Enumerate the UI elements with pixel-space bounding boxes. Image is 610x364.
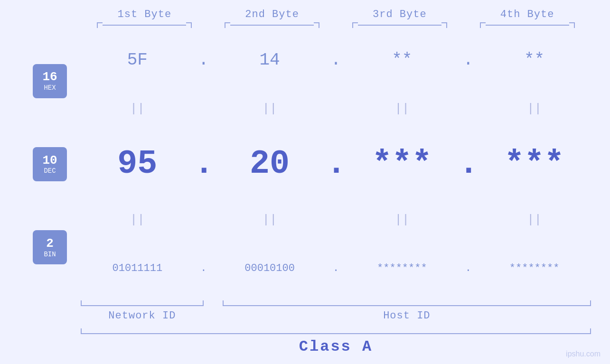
eq5: ||: [81, 213, 194, 227]
spacer1: [204, 299, 223, 306]
bracket-right-corner: [314, 22, 319, 28]
host-bracket-right: [585, 300, 591, 306]
bin-byte2: 00010100: [213, 262, 327, 274]
byte3-header: 3rd Byte: [336, 9, 464, 20]
host-id-bracket: [223, 299, 591, 306]
bin-row: 01011111 . 00010100 . ******** .: [81, 249, 591, 287]
dec-dot1: .: [194, 145, 213, 183]
bin-byte4: ********: [478, 262, 591, 274]
dec-badge: 10 DEC: [33, 147, 67, 181]
network-id-label: Network ID: [81, 310, 204, 322]
dec-byte1: 95: [81, 145, 194, 183]
bin-badge-number: 2: [46, 237, 54, 251]
hex-dot2: .: [327, 50, 346, 70]
eq6: ||: [213, 213, 327, 227]
class-bracket-right: [585, 328, 591, 334]
eq8: ||: [478, 213, 591, 227]
bottom-brackets: [81, 299, 591, 306]
bottom-labels: Network ID Host ID: [81, 310, 591, 322]
dec-byte2: 20: [213, 145, 327, 183]
dec-dot3: .: [459, 145, 478, 183]
bin-byte1: 01011111: [81, 262, 194, 274]
hex-byte1: 5F: [81, 50, 194, 70]
bracket-left-corner: [480, 22, 486, 28]
eq2: ||: [213, 102, 327, 116]
bracket-byte4: [463, 22, 591, 28]
eq7: ||: [346, 213, 459, 227]
bracket-top-line: [230, 25, 314, 26]
byte4-header: 4th Byte: [463, 9, 591, 20]
net-bracket-line: [86, 305, 198, 306]
hex-badge: 16 HEX: [33, 64, 67, 98]
bin-byte3: ********: [346, 262, 459, 274]
host-bracket-left: [223, 300, 228, 306]
top-brackets-row: [19, 22, 591, 28]
bracket-right-corner: [186, 22, 192, 28]
host-bracket-line: [228, 305, 585, 306]
class-bracket: [81, 327, 591, 334]
bin-dot3: .: [459, 262, 478, 274]
bracket-byte1: [81, 22, 208, 28]
bin-dot2: .: [327, 262, 346, 274]
hex-byte2: 14: [213, 50, 327, 70]
class-label: Class A: [299, 338, 373, 355]
bracket-left-corner: [352, 22, 358, 28]
dec-badge-number: 10: [42, 154, 57, 168]
dec-byte4: ***: [478, 145, 591, 183]
byte-headers-row: 1st Byte 2nd Byte 3rd Byte 4th Byte: [19, 9, 591, 20]
bracket-right-corner: [441, 22, 447, 28]
watermark: ipshu.com: [566, 350, 601, 358]
bracket-right-corner: [569, 22, 575, 28]
bracket-byte3: [336, 22, 464, 28]
bottom-section: Network ID Host ID Class A: [19, 299, 591, 359]
host-id-label: Host ID: [223, 310, 591, 322]
eq4: ||: [478, 102, 591, 116]
byte2-header: 2nd Byte: [208, 9, 336, 20]
hex-dot1: .: [194, 50, 213, 70]
hex-byte3: **: [346, 50, 459, 70]
dec-badge-label: DEC: [44, 167, 56, 175]
hex-dot3: .: [459, 50, 478, 70]
bracket-top-line: [103, 25, 186, 26]
bracket-left-corner: [225, 22, 230, 28]
eq1: ||: [81, 102, 194, 116]
bin-dot1: .: [194, 262, 213, 274]
eq-row-2: || || || ||: [81, 213, 591, 227]
network-id-bracket: [81, 299, 204, 306]
hex-row: 5F . 14 . ** . **: [81, 41, 591, 79]
class-label-row: Class A: [81, 338, 591, 359]
class-bracket-line: [86, 333, 585, 334]
class-bracket-left: [81, 328, 86, 334]
bin-badge-label: BIN: [44, 251, 56, 258]
bracket-top-line: [358, 25, 441, 26]
net-bracket-left: [81, 300, 86, 306]
dec-dot2: .: [327, 145, 346, 183]
values-area: 5F . 14 . ** . **: [81, 30, 591, 299]
eq3: ||: [346, 102, 459, 116]
main-content: 16 HEX 10 DEC 2 BIN 5F .: [19, 30, 591, 299]
hex-byte4: **: [478, 50, 591, 70]
page-container: 1st Byte 2nd Byte 3rd Byte 4th Byte: [0, 0, 610, 364]
dec-byte3: ***: [346, 145, 459, 183]
net-bracket-right: [198, 300, 204, 306]
byte1-header: 1st Byte: [81, 9, 208, 20]
bracket-byte2: [208, 22, 336, 28]
badges-column: 16 HEX 10 DEC 2 BIN: [19, 30, 81, 299]
bin-badge: 2 BIN: [33, 230, 67, 264]
eq-row-1: || || || ||: [81, 102, 591, 116]
hex-badge-number: 16: [42, 70, 57, 84]
dec-row: 95 . 20 . *** . ***: [81, 138, 591, 190]
bracket-top-line: [486, 25, 569, 26]
bracket-left-corner: [97, 22, 103, 28]
hex-badge-label: HEX: [44, 84, 56, 92]
